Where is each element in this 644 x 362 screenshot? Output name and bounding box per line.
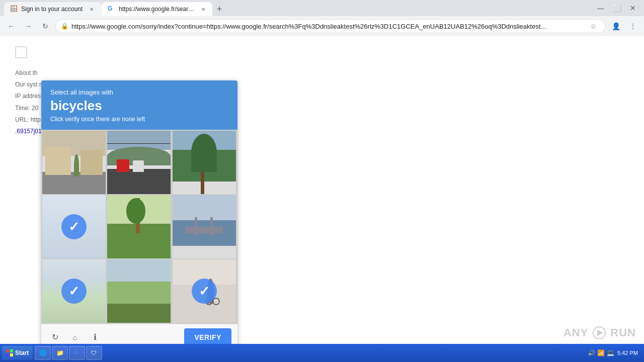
- captcha-cell-9[interactable]: ✓: [173, 259, 236, 323]
- captcha-header: Select all images with bicycles Click ve…: [41, 80, 237, 130]
- start-label: Start: [15, 349, 29, 356]
- captcha-reload-button[interactable]: ↻: [47, 330, 62, 345]
- check-circle-4: ✓: [61, 214, 87, 239]
- svg-marker-1: [597, 330, 603, 336]
- scene-1: [42, 131, 106, 194]
- captcha-cell-8[interactable]: [107, 259, 171, 323]
- scene-2: [107, 131, 171, 194]
- time-display: 5:42 PM: [617, 349, 638, 356]
- start-orb-icon: [6, 349, 13, 356]
- profile-button[interactable]: 👤: [609, 19, 623, 33]
- menu-button[interactable]: ⋮: [626, 19, 640, 33]
- address-bar-actions: ☆: [586, 19, 600, 33]
- taskbar-tray: 🔊 📶 💻 5:42 PM: [584, 349, 642, 356]
- title-bar: 🪟 Sign in to your account ✕ G https://ww…: [0, 0, 644, 16]
- captcha-select-all-text: Select all images with: [50, 88, 228, 96]
- taskbar-items: 🌐 📁 G 🛡: [33, 346, 584, 360]
- checkbox-area: [15, 46, 629, 58]
- taskbar-item-security[interactable]: 🛡: [86, 346, 102, 360]
- reload-icon: ↻: [52, 332, 58, 342]
- taskbar: Start 🌐 📁 G 🛡 🔊 📶 💻 5:42 PM: [0, 344, 644, 362]
- address-bar-row: ← → ↻ 🔒 https://www.google.com/sorry/ind…: [0, 16, 644, 36]
- address-bar[interactable]: 🔒 https://www.google.com/sorry/index?con…: [55, 19, 606, 33]
- close-button[interactable]: ✕: [626, 1, 640, 15]
- captcha-footer-icons: ↻ ⌂ ℹ: [47, 330, 103, 345]
- forward-button[interactable]: →: [21, 19, 35, 33]
- maximize-button[interactable]: ⬜: [610, 1, 624, 15]
- scene-6: [173, 195, 236, 258]
- tray-icons: 🔊 📶 💻: [588, 349, 614, 356]
- check-overlay-9: ✓: [173, 259, 236, 323]
- check-circle-7: ✓: [61, 279, 87, 304]
- start-button[interactable]: Start: [2, 346, 33, 360]
- network-icon: 📶: [597, 349, 605, 356]
- check-circle-9: ✓: [192, 279, 217, 304]
- tab-bar: 🪟 Sign in to your account ✕ G https://ww…: [4, 0, 594, 16]
- ie-icon: 🌐: [39, 349, 46, 356]
- captcha-cell-2[interactable]: [107, 131, 171, 194]
- chrome-icon: G: [73, 349, 80, 356]
- scene-5: [107, 195, 171, 258]
- tab-title-1: Sign in to your account: [21, 6, 83, 13]
- bg-checkbox[interactable]: [15, 46, 27, 58]
- scene-8: [107, 259, 171, 323]
- tab-favicon-2: G: [108, 5, 116, 13]
- page-content: About th Our syst network. requests IP a…: [0, 36, 644, 362]
- captcha-keyword: bicycles: [50, 98, 228, 114]
- minimize-button[interactable]: —: [594, 1, 608, 15]
- captcha-grid: ✓: [41, 130, 237, 324]
- tab-close-2[interactable]: ✕: [200, 5, 206, 13]
- captcha-widget: Select all images with bicycles Click ve…: [41, 80, 237, 350]
- tab-signin[interactable]: 🪟 Sign in to your account ✕: [4, 2, 102, 16]
- folder-icon: 📁: [56, 349, 63, 356]
- captcha-cell-7[interactable]: ✓: [42, 259, 106, 323]
- scene-3: [173, 131, 236, 194]
- tab-title-2: https://www.google.fr/search?q=d...: [119, 6, 195, 13]
- captcha-cell-5[interactable]: [107, 195, 171, 258]
- volume-icon: 🔊: [588, 349, 595, 356]
- browser-window: 🪟 Sign in to your account ✕ G https://ww…: [0, 0, 644, 362]
- check-overlay-4: ✓: [42, 195, 106, 258]
- watermark: ANY RUN: [564, 326, 636, 340]
- captcha-instruction: Click verify once there are none left: [50, 116, 228, 123]
- captcha-info-button[interactable]: ℹ: [88, 330, 103, 345]
- info-icon: ℹ: [94, 332, 97, 342]
- about-title: About th: [15, 68, 629, 78]
- audio-icon: ⌂: [73, 333, 77, 341]
- watermark-play-icon: [592, 326, 606, 340]
- back-button[interactable]: ←: [4, 19, 18, 33]
- address-text: https://www.google.com/sorry/index?conti…: [71, 23, 583, 30]
- tab-google[interactable]: G https://www.google.fr/search?q=d... ✕: [102, 2, 212, 16]
- reload-button[interactable]: ↻: [38, 19, 52, 33]
- captcha-cell-6[interactable]: [173, 195, 236, 258]
- svg-rect-2: [6, 349, 9, 352]
- lock-icon: 🔒: [61, 23, 68, 30]
- new-tab-button[interactable]: +: [212, 2, 226, 16]
- tab-favicon-1: 🪟: [10, 5, 18, 13]
- captcha-audio-button[interactable]: ⌂: [67, 330, 83, 345]
- svg-rect-5: [10, 353, 13, 356]
- tab-close-1[interactable]: ✕: [88, 5, 96, 13]
- window-controls: — ⬜ ✕: [594, 1, 640, 15]
- captcha-cell-4[interactable]: ✓: [42, 195, 106, 258]
- show-desktop-icon: 💻: [607, 349, 614, 356]
- check-overlay-7: ✓: [42, 259, 106, 323]
- security-icon: 🛡: [91, 349, 98, 356]
- taskbar-item-chrome[interactable]: G: [69, 346, 85, 360]
- time-text: 5:42 PM: [617, 349, 638, 356]
- taskbar-item-ie[interactable]: 🌐: [35, 346, 51, 360]
- captcha-cell-1[interactable]: [42, 131, 106, 194]
- watermark-text-run: RUN: [610, 326, 636, 339]
- svg-rect-3: [10, 349, 13, 352]
- svg-rect-4: [6, 353, 9, 356]
- taskbar-item-folder[interactable]: 📁: [52, 346, 68, 360]
- bookmark-button[interactable]: ☆: [586, 19, 600, 33]
- watermark-text-any: ANY: [564, 326, 588, 339]
- captcha-cell-3[interactable]: [173, 131, 236, 194]
